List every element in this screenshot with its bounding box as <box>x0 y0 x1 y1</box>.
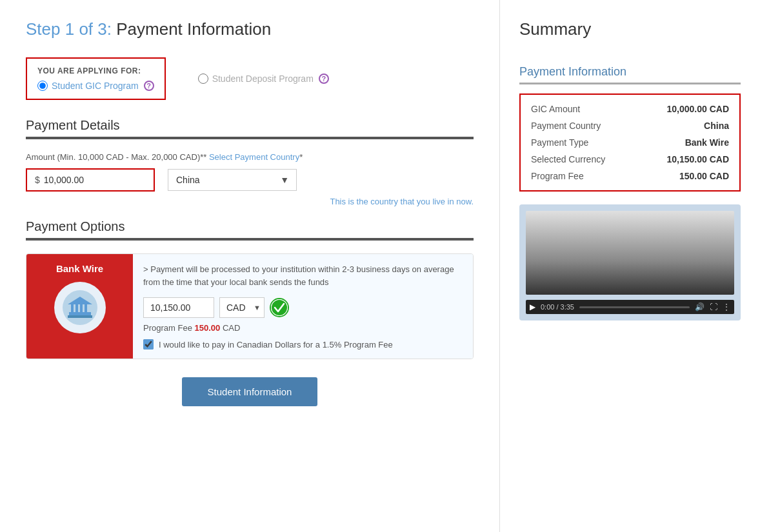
summary-row: Payment CountryChina <box>531 121 729 131</box>
summary-key: Selected Currency <box>531 154 605 164</box>
summary-value: 10,000.00 CAD <box>666 104 729 114</box>
amount-input[interactable] <box>44 175 121 185</box>
student-info-btn-wrap: Student Information <box>26 377 474 406</box>
video-progress-bar[interactable] <box>579 306 690 308</box>
gic-label: Student GIC Program <box>52 81 139 91</box>
bank-wire-title: Bank Wire <box>56 263 103 274</box>
summary-value: 10,150.00 CAD <box>666 154 729 164</box>
svg-point-10 <box>272 300 287 315</box>
radio-options: Student GIC Program ? <box>37 81 154 91</box>
applying-for-row: YOU ARE APPLYING FOR: Student GIC Progra… <box>26 57 474 100</box>
cad-checkbox[interactable] <box>143 339 154 350</box>
bank-wire-card: Bank Wire <box>26 253 474 359</box>
svg-rect-7 <box>68 315 92 318</box>
deposit-label: Student Deposit Program <box>212 74 314 84</box>
summary-key: GIC Amount <box>531 104 580 114</box>
currency-select-wrap: CAD USD ▼ <box>219 297 265 318</box>
svg-rect-2 <box>71 304 74 313</box>
deposit-help-icon[interactable]: ? <box>319 74 329 84</box>
summary-row: Selected Currency10,150.00 CAD <box>531 154 729 164</box>
check-icon <box>270 298 289 317</box>
country-hint: This is the country that you live in now… <box>26 197 474 206</box>
program-fee-text: Program Fee 150.00 CAD <box>143 323 463 333</box>
bank-wire-right: > Payment will be processed to your inst… <box>133 254 473 359</box>
video-thumbnail <box>526 211 734 295</box>
summary-row: Program Fee150.00 CAD <box>531 171 729 181</box>
svg-rect-4 <box>80 304 83 313</box>
bank-building-icon <box>63 290 97 325</box>
applying-for-label: YOU ARE APPLYING FOR: <box>37 66 154 75</box>
payment-details-divider <box>26 137 474 139</box>
summary-row: GIC Amount10,000.00 CAD <box>531 104 729 114</box>
main-panel: Step 1 of 3: Payment Information YOU ARE… <box>0 0 500 532</box>
radio-deposit[interactable] <box>198 74 208 84</box>
summary-box: GIC Amount10,000.00 CADPayment CountryCh… <box>519 94 741 192</box>
payment-options-area: Payment Options Bank Wire <box>26 219 474 359</box>
side-panel: Summary Payment Information GIC Amount10… <box>500 0 760 532</box>
bank-wire-desc: > Payment will be processed to your inst… <box>143 263 463 288</box>
svg-rect-3 <box>75 304 78 313</box>
amount-label: Amount (Min. 10,000 CAD - Max. 20,000 CA… <box>26 152 474 162</box>
volume-button[interactable]: 🔊 <box>695 302 705 311</box>
svg-rect-5 <box>85 304 87 313</box>
cad-checkbox-label[interactable]: I would like to pay in Canadian Dollars … <box>159 340 393 350</box>
student-info-button[interactable]: Student Information <box>182 377 318 406</box>
summary-divider <box>519 83 741 84</box>
amount-input-wrap: $ <box>26 168 155 192</box>
step-label: Step 1 of 3: <box>26 19 112 39</box>
more-options-button[interactable]: ⋮ <box>723 302 730 311</box>
amount-prefix: $ <box>35 175 40 185</box>
option-deposit[interactable]: Student Deposit Program ? <box>198 74 329 84</box>
summary-title: Summary <box>519 19 741 39</box>
currency-select[interactable]: CAD USD <box>219 297 265 318</box>
summary-row: Payment TypeBank Wire <box>531 137 729 148</box>
video-controls: ▶ 0:00 / 3:35 🔊 ⛶ ⋮ <box>526 300 734 314</box>
option-gic[interactable]: Student GIC Program ? <box>37 81 154 91</box>
video-player-wrap: ▶ 0:00 / 3:35 🔊 ⛶ ⋮ <box>519 204 741 320</box>
summary-key: Payment Country <box>531 121 601 131</box>
applying-for-box: YOU ARE APPLYING FOR: Student GIC Progra… <box>26 57 166 100</box>
summary-value: 150.00 CAD <box>679 171 729 181</box>
bank-wire-amount[interactable] <box>143 297 214 318</box>
payment-options-heading: Payment Options <box>26 219 474 234</box>
video-time: 0:00 / 3:35 <box>541 303 574 311</box>
summary-payment-info-heading: Payment Information <box>519 65 741 79</box>
summary-value: Bank Wire <box>685 137 729 148</box>
payment-options-divider <box>26 238 474 241</box>
country-select-wrap: China Canada United States India ▼ <box>168 168 297 192</box>
bank-wire-left: Bank Wire <box>26 254 133 359</box>
program-fee-amount: 150.00 <box>195 323 221 333</box>
inputs-row: $ China Canada United States India ▼ <box>26 168 474 192</box>
payment-details-heading: Payment Details <box>26 118 474 133</box>
play-button[interactable]: ▶ <box>530 302 535 311</box>
amount-currency-row: CAD USD ▼ <box>143 297 463 318</box>
summary-value: China <box>704 121 729 131</box>
summary-key: Program Fee <box>531 171 584 181</box>
country-select[interactable]: China Canada United States India <box>168 169 297 191</box>
checkbox-row: I would like to pay in Canadian Dollars … <box>143 339 463 350</box>
radio-gic[interactable] <box>37 81 48 91</box>
fullscreen-button[interactable]: ⛶ <box>710 302 717 311</box>
bank-icon-wrap <box>54 282 106 333</box>
page-title: Step 1 of 3: Payment Information <box>26 19 474 39</box>
gic-help-icon[interactable]: ? <box>144 81 154 91</box>
summary-key: Payment Type <box>531 137 588 148</box>
step-title: Payment Information <box>116 19 271 39</box>
